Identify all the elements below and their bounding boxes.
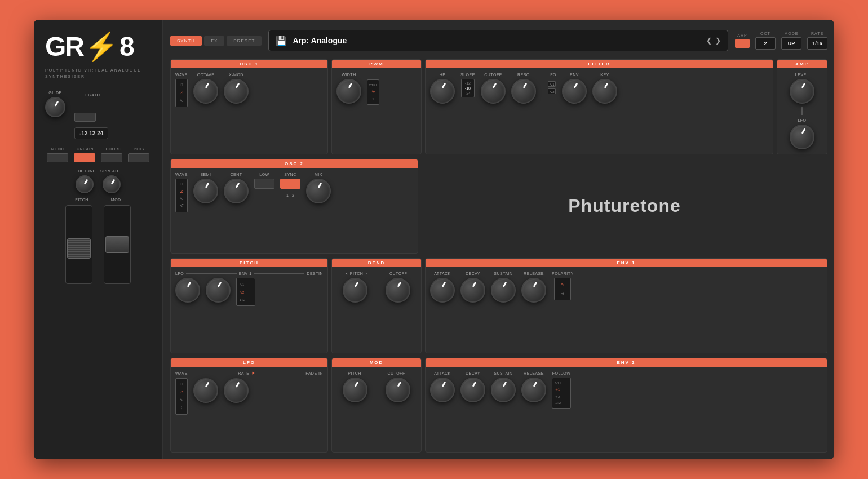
pwm-env-opt[interactable]: 1: [372, 97, 374, 101]
lfo-rnd[interactable]: ⌇: [180, 406, 183, 410]
slope-selector[interactable]: -12 -18 -24: [461, 79, 475, 97]
pitch-slider-track[interactable]: [65, 205, 92, 284]
wave-opt-saw[interactable]: ⊿: [180, 91, 184, 95]
filter-cutoff-knob[interactable]: [481, 79, 506, 104]
poly-negative[interactable]: ∿̃: [561, 292, 564, 296]
lfo-tri[interactable]: ∿: [180, 398, 184, 402]
poly-label: POLY: [134, 147, 145, 151]
mod-slider-track[interactable]: [104, 205, 131, 284]
arp-button[interactable]: [735, 39, 750, 48]
env1-attack-knob[interactable]: [430, 278, 455, 303]
fx-tab[interactable]: FX: [204, 36, 224, 46]
subtitle: POLYPHONIC VIRTUAL ANALOGUE SYNTHESIZER: [45, 67, 151, 79]
detune-knob[interactable]: [76, 175, 94, 193]
env1-decay-knob[interactable]: [460, 278, 485, 303]
follow-selector[interactable]: OFF ∿1 ∿2 1+2: [552, 378, 571, 409]
osc2-cent-knob[interactable]: [224, 179, 249, 203]
osc2-sq[interactable]: ⎍: [180, 182, 183, 187]
osc2-saw[interactable]: ⊿: [180, 189, 184, 194]
polarity-selector[interactable]: ∿ ∿̃: [554, 278, 571, 300]
poly-button[interactable]: [128, 153, 149, 162]
destin-1[interactable]: ∿1: [240, 282, 244, 286]
filter-lfo2-indicator[interactable]: ∿2: [548, 88, 556, 94]
mode-value[interactable]: UP: [781, 37, 801, 50]
wave-opt-sq[interactable]: ⎍: [180, 83, 183, 87]
osc2-mix-knob[interactable]: [306, 179, 331, 203]
env2-attack-knob[interactable]: [430, 378, 455, 402]
amp-level-knob[interactable]: [790, 79, 814, 104]
follow-both[interactable]: 1+2: [555, 401, 561, 405]
follow-off[interactable]: OFF: [555, 381, 562, 384]
env1-attack-item: ATTACK: [430, 272, 455, 303]
next-arrow[interactable]: ❯: [715, 37, 721, 45]
preset-tab[interactable]: PRESET: [227, 36, 262, 46]
bend-cutoff-knob[interactable]: [386, 278, 410, 303]
filter-lfo1-indicator[interactable]: ∿1: [548, 81, 556, 87]
mono-button[interactable]: [47, 153, 68, 162]
save-icon[interactable]: 💾: [276, 36, 287, 46]
follow-2[interactable]: ∿2: [555, 394, 560, 398]
filter-key-knob[interactable]: [592, 79, 617, 104]
lfo-wave-selector[interactable]: ⎍ ⊿ ∿ ⌇: [175, 378, 188, 415]
osc2-wave-selector[interactable]: ⎍ ⊿ ∿ ∿̃: [175, 179, 188, 212]
env1-attack-label: ATTACK: [434, 272, 451, 276]
mod-pitch-knob[interactable]: [343, 378, 367, 402]
pitch-env1-knob[interactable]: [206, 278, 231, 303]
wave-opt-tri[interactable]: ∿: [180, 99, 184, 103]
env2-section: ENV 2 ATTACK DECAY SUSTAIN: [425, 358, 827, 453]
osc2-sync-btn[interactable]: [280, 179, 300, 189]
env1-release-knob[interactable]: [521, 278, 546, 303]
pwm-lfo-opt[interactable]: ∿: [371, 90, 375, 94]
prev-arrow[interactable]: ❮: [706, 37, 712, 45]
amp-lfo-knob[interactable]: [790, 125, 814, 149]
mod-pitch-knob-item: [343, 378, 367, 402]
pwm-ctrl-opt[interactable]: CTRL: [369, 83, 378, 87]
destin-both[interactable]: 1+2: [240, 298, 245, 301]
slope-12[interactable]: -12: [465, 81, 471, 85]
osc2-sin[interactable]: ∿̃: [180, 204, 184, 209]
mod-cutoff-knob[interactable]: [386, 378, 410, 402]
slope-24[interactable]: -24: [465, 91, 471, 95]
destin-2[interactable]: ∿2: [240, 290, 244, 294]
mod-slider-handle[interactable]: [105, 236, 129, 253]
glide-group: GLIDE: [45, 91, 65, 117]
chord-button[interactable]: [101, 153, 122, 162]
lfo-fadein-knob[interactable]: [224, 378, 249, 403]
pitch-lfo-knob[interactable]: [175, 278, 200, 303]
osc1-octave-knob[interactable]: [193, 79, 218, 104]
spread-label: SPREAD: [100, 169, 118, 173]
lfo-saw[interactable]: ⊿: [180, 390, 184, 394]
filter-reso-label: RESO: [517, 73, 530, 77]
osc2-semi-knob[interactable]: [193, 179, 218, 203]
rate-value[interactable]: 1/16: [807, 37, 827, 50]
legato-toggle[interactable]: [74, 113, 96, 122]
pwm-width-knob[interactable]: [336, 79, 361, 104]
bend-pitch-knob[interactable]: [343, 278, 367, 303]
env1-sustain-knob[interactable]: [491, 278, 516, 303]
env2-decay-knob[interactable]: [460, 378, 485, 402]
env2-release-knob[interactable]: [521, 378, 546, 402]
slope-18[interactable]: -18: [465, 86, 471, 90]
pwm-source-selector[interactable]: CTRL ∿ 1: [367, 79, 379, 105]
filter-hp-knob[interactable]: [430, 79, 455, 104]
lfo-rate-knob[interactable]: [193, 378, 218, 403]
filter-reso-knob[interactable]: [511, 79, 536, 104]
env2-sustain-knob[interactable]: [491, 378, 516, 402]
pitch-slider-handle[interactable]: [67, 238, 91, 259]
filter-env-knob[interactable]: [562, 79, 587, 104]
follow-1[interactable]: ∿1: [555, 387, 560, 391]
env1-decay-label: DECAY: [466, 272, 480, 276]
lfo-sq[interactable]: ⎍: [180, 382, 183, 387]
synth-tab[interactable]: SYNTH: [170, 36, 202, 46]
unison-button[interactable]: [74, 153, 95, 162]
osc1-wave-selector[interactable]: ⎍ ⊿ ∿: [175, 79, 188, 107]
glide-knob[interactable]: [45, 97, 65, 117]
osc2-tri[interactable]: ∿: [180, 197, 184, 201]
destin-selector[interactable]: ∿1 ∿2 1+2: [236, 278, 255, 306]
filter-reso-item: RESO: [511, 73, 536, 104]
osc1-xmod-knob[interactable]: [224, 79, 249, 104]
poly-positive[interactable]: ∿: [561, 282, 564, 286]
osc2-low-btn[interactable]: [254, 179, 274, 189]
spread-knob[interactable]: [103, 175, 121, 193]
oct-value[interactable]: 2: [755, 37, 776, 50]
